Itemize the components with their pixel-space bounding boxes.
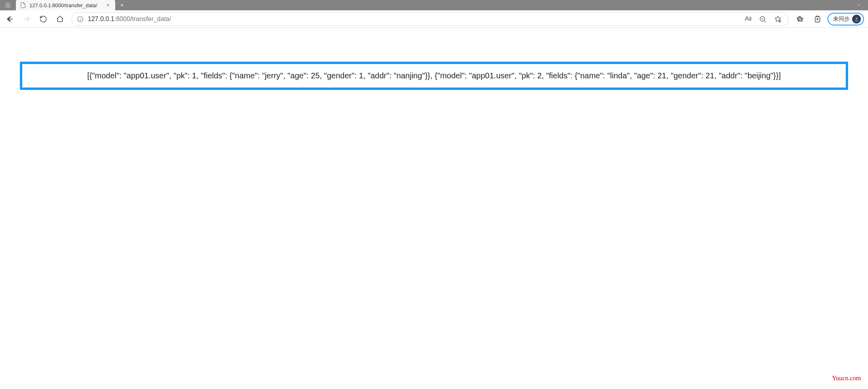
svg-point-3	[80, 18, 81, 18]
profile-sync-button[interactable]: 未同步	[827, 13, 864, 25]
page-viewport: [{"model": "app01.user", "pk": 1, "field…	[0, 28, 868, 389]
tab-actions-button[interactable]	[0, 0, 16, 10]
zoom-out-icon[interactable]	[759, 15, 767, 23]
collections-button[interactable]	[810, 12, 825, 26]
watermark-text: Yuucn.com	[832, 375, 861, 382]
svg-rect-1	[8, 3, 10, 8]
svg-point-7	[856, 17, 858, 19]
favorite-star-icon[interactable]	[774, 15, 782, 23]
refresh-button[interactable]	[36, 12, 51, 26]
toolbar-right: 未同步	[793, 12, 866, 26]
read-aloud-icon[interactable]	[744, 15, 752, 23]
forward-button	[19, 12, 34, 26]
address-bar-actions	[744, 15, 783, 23]
close-tab-button[interactable]	[105, 2, 111, 8]
minimize-window-button[interactable]	[850, 0, 868, 10]
home-button[interactable]	[52, 12, 68, 26]
window-controls	[850, 0, 868, 10]
page-content: [{"model": "app01.user", "pk": 1, "field…	[0, 28, 868, 90]
svg-rect-0	[6, 3, 8, 8]
url-path: /transfer_data/	[130, 16, 171, 22]
url-port: :8000	[114, 16, 130, 22]
browser-tab[interactable]: 127.0.0.1:8000/transfer_data/	[16, 0, 115, 10]
new-tab-button[interactable]	[115, 0, 129, 10]
address-bar[interactable]: 127.0.0.1:8000/transfer_data/	[72, 12, 789, 26]
tab-bar: 127.0.0.1:8000/transfer_data/	[0, 0, 868, 10]
back-button[interactable]	[2, 12, 17, 26]
favorites-button[interactable]	[793, 12, 808, 26]
site-info-icon[interactable]	[77, 16, 84, 23]
url-host: 127.0.0.1	[88, 16, 114, 22]
page-favicon-icon	[20, 2, 26, 8]
profile-avatar-icon	[852, 15, 861, 23]
sync-label: 未同步	[833, 16, 850, 23]
tab-title: 127.0.0.1:8000/transfer_data/	[29, 2, 102, 8]
response-body-text[interactable]: [{"model": "app01.user", "pk": 1, "field…	[29, 71, 839, 80]
url-text[interactable]: 127.0.0.1:8000/transfer_data/	[88, 16, 740, 23]
browser-toolbar: 127.0.0.1:8000/transfer_data/ 未同步	[0, 10, 868, 28]
highlighted-output-box: [{"model": "app01.user", "pk": 1, "field…	[20, 62, 848, 90]
